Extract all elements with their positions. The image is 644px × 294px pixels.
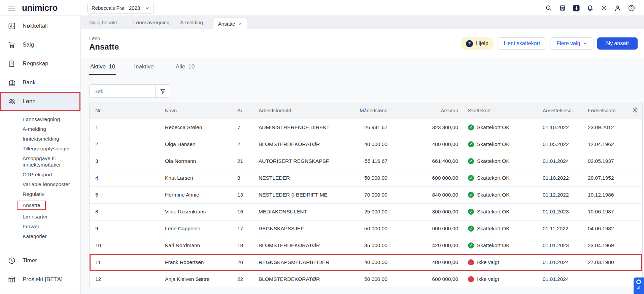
chevron-down-icon xyxy=(583,41,587,46)
settings-gear-icon[interactable] xyxy=(600,4,608,12)
hamburger-menu-icon[interactable] xyxy=(6,3,16,13)
lonn-submenu: Lønnsavregning A-melding Inntektsmelding… xyxy=(0,114,80,241)
sidebar-item-lonn[interactable]: Lønn xyxy=(0,92,80,111)
col-skattekort[interactable]: Skattekort xyxy=(462,102,537,119)
sidebar-subitem-fravar[interactable]: Fravær xyxy=(0,222,80,231)
sidebar-item-prosjekt[interactable]: Prosjekt [BETA] xyxy=(0,270,80,289)
help-icon[interactable]: ? xyxy=(628,4,636,12)
tab-count: 10 xyxy=(188,63,195,71)
chat-widget[interactable]: at xyxy=(634,277,644,294)
skattekort-status-icon xyxy=(468,175,474,181)
skattekort-status-icon xyxy=(468,141,474,147)
col-arslonn[interactable]: Årslønn xyxy=(392,102,462,119)
sidebar-item-label: Salg xyxy=(23,41,34,48)
tab-inaktive[interactable]: Inaktive xyxy=(133,61,158,75)
recent-tab-ansatte[interactable]: Ansatte × xyxy=(213,18,247,29)
sidebar-item-label: Bank xyxy=(23,79,36,86)
search-icon[interactable] xyxy=(545,4,553,12)
recent-tab-a-melding[interactable]: A-melding xyxy=(175,20,208,29)
recent-tab-lonnsavregning[interactable]: Lønnsavregning xyxy=(128,20,175,29)
sidebar-subitem-variable-lonnsposter[interactable]: Variable lønnsposter xyxy=(0,179,80,189)
col-fodselsdato[interactable]: Fødselsdato xyxy=(582,102,623,119)
sidebar-subitem-lonnsarter[interactable]: Lønnsarter xyxy=(0,212,80,222)
skattekort-status-icon xyxy=(468,276,474,282)
col-ansettelsesdato[interactable]: Ansettelsesd... xyxy=(537,102,582,119)
table-row[interactable]: 1 Rebecca Stølen 7 ADMINISTRERENDE DIREK… xyxy=(90,119,643,136)
search-row xyxy=(89,84,644,98)
new-employee-button[interactable]: Ny ansatt xyxy=(597,37,638,50)
sidebar-subitem-inntektsmelding[interactable]: Inntektsmelding xyxy=(0,134,80,144)
col-ar[interactable]: Ar... xyxy=(232,102,253,119)
col-manedslonn[interactable]: Månedslønn xyxy=(352,102,392,119)
view-tabs: Aktive 10 Inaktive Alle 10 xyxy=(89,61,644,75)
sidebar-item-label: Regnskap xyxy=(23,60,48,67)
table-row[interactable]: 5 Hermine Annie 13 NESTLEDER (I BEDRIFT … xyxy=(90,186,643,203)
sidebar-item-timer[interactable]: Timer xyxy=(0,251,80,270)
table-row[interactable]: 10 Kari Nordmann 18 BLOMSTERDEKORATØR 35… xyxy=(90,237,643,254)
notifications-bell-icon[interactable] xyxy=(586,4,594,12)
sidebar-subitem-regulativ[interactable]: Regulativ xyxy=(0,189,80,199)
sidebar-subitem-tilleggsopplysninger[interactable]: Tilleggsopplysninger xyxy=(0,144,80,153)
add-new-icon[interactable] xyxy=(572,4,580,12)
tab-aktive[interactable]: Aktive 10 xyxy=(89,61,116,75)
sidebar-subitem-kategorier[interactable]: Kategorier xyxy=(0,231,80,241)
recently-visited-bar: Nylig besøkt: Lønnsavregning A-melding A… xyxy=(81,16,644,29)
sidebar-item-bank[interactable]: Bank xyxy=(0,73,80,92)
sidebar-item-regnskap[interactable]: Regnskap xyxy=(0,54,80,73)
col-arbeidsforhold[interactable]: Arbeidsforhold xyxy=(253,102,352,119)
table-row[interactable]: 3 Ola Normann 21 AUTORISERT REGNSKAPSF 5… xyxy=(90,153,643,170)
chat-label: at xyxy=(637,285,640,290)
table-row[interactable]: 12 Anja Kleiven Sætre 22 BLOMSTERDEKORAT… xyxy=(90,271,643,288)
col-nr[interactable]: Nr xyxy=(90,102,159,119)
company-year: 2023 xyxy=(129,5,140,11)
clock-icon xyxy=(8,257,16,265)
chevron-down-icon xyxy=(145,6,149,10)
chart-icon xyxy=(8,22,16,30)
table-header-row: Nr Navn Ar... Arbeidsforhold Månedslønn … xyxy=(90,102,643,119)
header-actions: ? Hjelp Hent skattekort Flere valg Ny an… xyxy=(461,37,638,50)
skattekort-status-icon xyxy=(468,209,474,215)
ledger-icon xyxy=(8,60,16,68)
table-row[interactable]: 8 Vilde Rosenkrans 16 MEDIAKONSULENT 25 … xyxy=(90,203,643,220)
topbar-icons: ? xyxy=(545,4,644,12)
recent-label: Nylig besøkt: xyxy=(89,20,118,29)
sidebar-item-salg[interactable]: Salg xyxy=(0,35,80,54)
table-row-highlighted[interactable]: 11 Frank Robertsen 20 REGNSKAPSMEDARBEID… xyxy=(90,254,643,271)
user-profile-icon[interactable] xyxy=(614,4,622,12)
search-input[interactable] xyxy=(90,85,155,97)
main-content: Nylig besøkt: Lønnsavregning A-melding A… xyxy=(81,16,644,294)
tab-alle[interactable]: Alle 10 xyxy=(175,61,196,75)
chat-icon xyxy=(636,280,641,284)
more-options-button[interactable]: Flere valg xyxy=(550,37,594,50)
sidebar-item-nokkeltall[interactable]: Nøkkeltall xyxy=(0,17,80,35)
table-row[interactable]: 9 Lene Cappelen 17 REGNSKAPSSJEF 50 000,… xyxy=(90,220,643,237)
sidebar-subitem-ansatte[interactable]: Ansatte xyxy=(0,199,80,212)
table-row[interactable]: 4 Knut Larsen 8 NESTLEDER 50 000,00 600 … xyxy=(90,170,643,186)
sidebar-subitem-otp-eksport[interactable]: OTP-eksport xyxy=(0,170,80,179)
skattekort-status-icon xyxy=(468,242,474,248)
project-board-icon xyxy=(8,275,16,284)
get-taxcards-button[interactable]: Hent skattekort xyxy=(498,37,547,50)
page-header: Lønn Ansatte ? Hjelp Hent skattekort Fle… xyxy=(81,29,644,58)
company-name: Rebecca's Frø xyxy=(92,5,124,11)
sidebar-item-label: Nøkkeltall xyxy=(23,23,48,29)
sidebar-subitem-a-melding[interactable]: A-melding xyxy=(0,124,80,134)
sidebar-subitem-arsoppgave[interactable]: Årsoppgave til inntektsmottaker xyxy=(0,153,80,170)
filter-icon[interactable] xyxy=(155,85,170,97)
skattekort-status-icon xyxy=(468,259,474,265)
skattekort-status-icon xyxy=(468,158,474,164)
skattekort-status-icon xyxy=(468,192,474,198)
employees-table: Nr Navn Ar... Arbeidsforhold Månedslønn … xyxy=(89,102,643,288)
sidebar-subitem-lonnsavregning[interactable]: Lønnsavregning xyxy=(0,114,80,124)
table-settings-gear-icon[interactable] xyxy=(623,102,643,119)
table-row[interactable]: 2 Olga Hansen 2 BLOMSTERDEKORATØR 40 000… xyxy=(90,136,643,153)
close-icon[interactable]: × xyxy=(239,21,242,27)
col-navn[interactable]: Navn xyxy=(159,102,232,119)
help-button[interactable]: ? Hjelp xyxy=(461,37,494,50)
company-selector[interactable]: Rebecca's Frø 2023 xyxy=(87,3,154,13)
app-window: unimicro Rebecca's Frø 2023 xyxy=(0,0,644,294)
search-box xyxy=(89,84,170,98)
marketplace-icon[interactable] xyxy=(558,4,567,12)
app-logo: unimicro xyxy=(22,3,58,13)
tab-count: 10 xyxy=(109,63,115,70)
